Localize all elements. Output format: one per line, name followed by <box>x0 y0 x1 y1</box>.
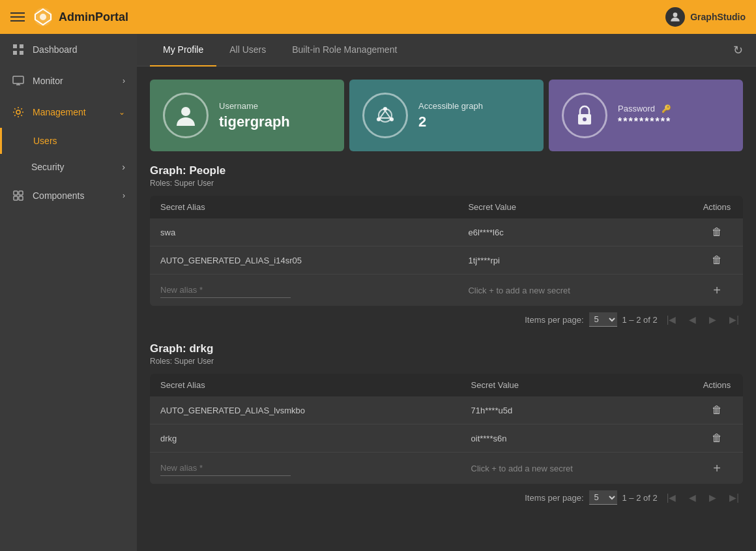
gear-icon <box>12 106 25 119</box>
sidebar-item-security[interactable]: Security › <box>0 154 137 180</box>
graph-drkg-roles: Roles: Super User <box>150 357 743 366</box>
graph-drkg-title: Graph: drkg <box>150 342 743 355</box>
add-action-cell: + <box>691 275 743 306</box>
value-cell: oit****s6n <box>461 424 691 453</box>
tab-all-users[interactable]: All Users <box>216 34 279 67</box>
items-per-page-label: Items per page: <box>525 315 583 325</box>
svg-rect-13 <box>19 196 23 200</box>
sidebar-label-components: Components <box>33 190 84 201</box>
last-page-button-drkg[interactable]: ▶| <box>725 491 743 504</box>
delete-button[interactable]: 🗑 <box>712 432 722 444</box>
first-page-button[interactable]: |◀ <box>663 313 680 326</box>
col-secret-alias-drkg: Secret Alias <box>150 374 461 396</box>
sidebar-item-components[interactable]: Components › <box>0 180 137 211</box>
svg-rect-10 <box>14 191 18 195</box>
col-actions-drkg: Actions <box>691 374 743 396</box>
user-avatar-icon[interactable] <box>665 7 685 27</box>
password-value: ********** <box>618 116 671 128</box>
delete-button[interactable]: 🗑 <box>712 404 722 416</box>
sidebar: Dashboard Monitor › Management ⌄ Users S… <box>0 34 137 551</box>
col-secret-alias-people: Secret Alias <box>150 196 458 218</box>
first-page-button-drkg[interactable]: |◀ <box>663 491 680 504</box>
main-layout: Dashboard Monitor › Management ⌄ Users S… <box>0 34 756 551</box>
add-secret-hint-drkg: Click + to add a new secret <box>471 464 573 473</box>
topbar: AdminPortal GraphStudio <box>0 0 756 34</box>
monitor-icon <box>12 74 25 87</box>
graph-circle-icon <box>362 93 408 138</box>
svg-point-14 <box>181 107 190 116</box>
last-page-button[interactable]: ▶| <box>725 313 743 326</box>
value-cell: 71h****u5d <box>461 396 691 424</box>
graph-drkg-table: Secret Alias Secret Value Actions AUTO_G… <box>150 374 743 484</box>
col-secret-value-drkg: Secret Value <box>461 374 691 396</box>
table-row: AUTO_GENERATED_ALIAS_lvsmkbo 71h****u5d … <box>150 396 743 424</box>
new-alias-input[interactable] <box>160 282 291 298</box>
tab-my-profile[interactable]: My Profile <box>150 34 216 67</box>
sidebar-item-dashboard[interactable]: Dashboard <box>0 34 137 65</box>
chevron-monitor-icon: › <box>123 76 125 85</box>
svg-rect-5 <box>20 44 23 48</box>
refresh-button[interactable]: ↻ <box>733 43 743 57</box>
actions-cell: 🗑 <box>691 396 743 424</box>
new-alias-input-drkg[interactable] <box>160 460 291 476</box>
add-secret-hint: Click + to add a new secret <box>468 286 570 295</box>
tab-built-in-role[interactable]: Built-in Role Management <box>279 34 410 67</box>
table-row: swa e6l****l6c 🗑 <box>150 218 743 246</box>
sidebar-label-users: Users <box>33 136 57 146</box>
page-range-drkg: 1 – 2 of 2 <box>622 493 658 503</box>
add-secret-button-drkg[interactable]: + <box>713 461 721 476</box>
sidebar-label-monitor: Monitor <box>33 76 63 86</box>
sidebar-label-dashboard: Dashboard <box>33 44 78 55</box>
topbar-left: AdminPortal <box>10 7 128 27</box>
lock-circle-icon <box>562 93 607 138</box>
add-secret-button[interactable]: + <box>713 283 721 298</box>
new-alias-cell <box>150 453 461 484</box>
svg-rect-12 <box>14 196 18 200</box>
sidebar-label-management: Management <box>33 107 86 117</box>
graph-people-roles: Roles: Super User <box>150 179 743 188</box>
sidebar-item-monitor[interactable]: Monitor › <box>0 65 137 97</box>
actions-cell: 🗑 <box>691 424 743 453</box>
items-per-page-select[interactable]: 51025 <box>589 312 617 327</box>
sidebar-item-users[interactable]: Users <box>0 128 137 154</box>
actions-cell: 🗑 <box>691 246 743 275</box>
username-info: Username tigergraph <box>219 101 290 130</box>
delete-button[interactable]: 🗑 <box>712 254 722 266</box>
menu-button[interactable] <box>10 12 25 22</box>
accessible-graph-value: 2 <box>418 113 483 130</box>
svg-rect-4 <box>13 44 17 48</box>
profile-cards: Username tigergraph Accessible grap <box>137 67 756 164</box>
sidebar-item-management[interactable]: Management ⌄ <box>0 97 137 128</box>
accessible-graph-info: Accessible graph 2 <box>418 101 483 130</box>
alias-cell: AUTO_GENERATED_ALIAS_i14sr05 <box>150 246 458 275</box>
table-row: drkg oit****s6n 🗑 <box>150 424 743 453</box>
svg-point-16 <box>383 107 387 111</box>
tabs-bar: My Profile All Users Built-in Role Manag… <box>137 34 756 67</box>
prev-page-button-drkg[interactable]: ◀ <box>685 491 700 504</box>
value-cell: e6l****l6c <box>458 218 691 246</box>
chevron-components-icon: › <box>123 191 125 200</box>
prev-page-button[interactable]: ◀ <box>685 313 700 326</box>
username-label: Username <box>219 101 290 111</box>
alias-cell: swa <box>150 218 458 246</box>
user-circle-icon <box>163 93 209 138</box>
svg-rect-8 <box>13 76 23 83</box>
graph-people-section: Graph: People Roles: Super User Secret A… <box>137 164 756 342</box>
svg-point-2 <box>40 14 46 20</box>
next-page-button[interactable]: ▶ <box>705 313 720 326</box>
actions-cell: 🗑 <box>691 218 743 246</box>
logo: AdminPortal <box>33 7 128 27</box>
accessible-graph-card: Accessible graph 2 <box>349 80 544 151</box>
add-hint-cell: Click + to add a new secret <box>461 453 691 484</box>
topbar-username: GraphStudio <box>690 12 746 22</box>
logo-icon <box>33 7 53 27</box>
pagination-people: Items per page: 51025 1 – 2 of 2 |◀ ◀ ▶ … <box>150 306 743 329</box>
items-per-page-select-drkg[interactable]: 51025 <box>589 490 617 505</box>
delete-button[interactable]: 🗑 <box>712 226 722 238</box>
col-actions-people: Actions <box>691 196 743 218</box>
new-alias-row: Click + to add a new secret + <box>150 453 743 484</box>
table-row: AUTO_GENERATED_ALIAS_i14sr05 1tj****rpi … <box>150 246 743 275</box>
svg-point-20 <box>583 117 587 121</box>
next-page-button-drkg[interactable]: ▶ <box>705 491 720 504</box>
components-icon <box>12 189 25 202</box>
